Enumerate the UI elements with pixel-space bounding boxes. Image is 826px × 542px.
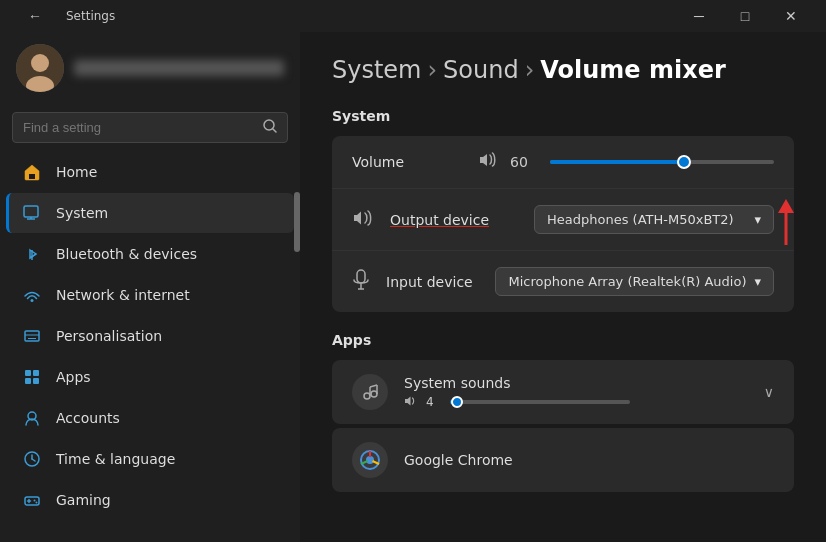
system-section-title: System bbox=[332, 108, 794, 124]
sidebar-item-accounts[interactable]: Accounts bbox=[6, 398, 294, 438]
input-icon bbox=[352, 269, 370, 295]
search-input[interactable] bbox=[23, 120, 255, 135]
svg-marker-28 bbox=[778, 199, 794, 213]
google-chrome-info: Google Chrome bbox=[404, 452, 774, 468]
sidebar-item-personalisation[interactable]: Personalisation bbox=[6, 316, 294, 356]
app-body: Home System bbox=[0, 32, 826, 542]
bluetooth-icon bbox=[22, 244, 42, 264]
main-content: System › Sound › Volume mixer System Vol… bbox=[300, 32, 826, 542]
back-button[interactable]: ← bbox=[12, 0, 58, 32]
google-chrome-name: Google Chrome bbox=[404, 452, 774, 468]
username-display bbox=[74, 60, 284, 76]
volume-thumb[interactable] bbox=[677, 155, 691, 169]
system-sounds-icon bbox=[352, 374, 388, 410]
sidebar-scrollbar-thumb bbox=[294, 192, 300, 252]
system-sounds-volume: 4 bbox=[404, 395, 748, 410]
volume-control: 60 bbox=[478, 152, 774, 172]
output-device-value: Headphones (ATH-M50xBT2) bbox=[547, 212, 734, 227]
output-device-label[interactable]: Output device bbox=[390, 212, 489, 228]
svg-rect-5 bbox=[29, 174, 32, 179]
svg-line-21 bbox=[32, 459, 35, 461]
sidebar-apps-label: Apps bbox=[56, 369, 91, 385]
volume-slider[interactable] bbox=[550, 160, 774, 164]
breadcrumb-current: Volume mixer bbox=[540, 56, 726, 84]
svg-point-26 bbox=[36, 502, 38, 504]
svg-rect-12 bbox=[25, 331, 39, 341]
sidebar-time-label: Time & language bbox=[56, 451, 175, 467]
sidebar-item-bluetooth[interactable]: Bluetooth & devices bbox=[6, 234, 294, 274]
restore-button[interactable]: □ bbox=[722, 0, 768, 32]
red-arrow-annotation bbox=[770, 197, 802, 251]
sidebar-personalisation-label: Personalisation bbox=[56, 328, 162, 344]
volume-fill bbox=[550, 160, 684, 164]
svg-rect-7 bbox=[24, 206, 38, 217]
svg-rect-16 bbox=[25, 378, 31, 384]
google-chrome-icon bbox=[352, 442, 388, 478]
system-sounds-slider[interactable] bbox=[450, 400, 630, 404]
input-device-content: Input device Microphone Array (Realtek(R… bbox=[352, 267, 774, 296]
sidebar-accounts-label: Accounts bbox=[56, 410, 120, 426]
svg-point-1 bbox=[31, 54, 49, 72]
search-box[interactable] bbox=[12, 112, 288, 143]
apps-section: Apps System sounds bbox=[332, 332, 794, 492]
system-card: Volume 60 bbox=[332, 136, 794, 312]
output-device-select[interactable]: Headphones (ATH-M50xBT2) ▾ bbox=[534, 205, 774, 234]
gaming-icon bbox=[22, 490, 42, 510]
svg-point-25 bbox=[34, 500, 36, 502]
output-device-row: Output device Headphones (ATH-M50xBT2) ▾ bbox=[332, 189, 794, 251]
sidebar-item-apps[interactable]: Apps bbox=[6, 357, 294, 397]
sidebar-item-network[interactable]: Network & internet bbox=[6, 275, 294, 315]
accounts-icon bbox=[22, 408, 42, 428]
system-sounds-chevron[interactable]: ∨ bbox=[764, 384, 774, 400]
svg-point-38 bbox=[366, 456, 374, 464]
svg-rect-6 bbox=[32, 174, 35, 179]
input-device-label[interactable]: Input device bbox=[386, 274, 473, 290]
system-icon bbox=[22, 203, 42, 223]
svg-rect-29 bbox=[357, 270, 365, 283]
input-chevron-icon: ▾ bbox=[754, 274, 761, 289]
personalisation-icon bbox=[22, 326, 42, 346]
system-sounds-name: System sounds bbox=[404, 375, 748, 391]
titlebar-controls: ─ □ ✕ bbox=[676, 0, 814, 32]
google-chrome-row: Google Chrome bbox=[332, 428, 794, 492]
volume-label: Volume bbox=[352, 154, 462, 170]
breadcrumb-sep2: › bbox=[525, 56, 535, 84]
output-device-content: Output device Headphones (ATH-M50xBT2) ▾ bbox=[352, 205, 774, 234]
svg-point-32 bbox=[364, 393, 370, 399]
minimize-button[interactable]: ─ bbox=[676, 0, 722, 32]
sidebar-nav: Home System bbox=[0, 151, 300, 542]
search-icon bbox=[263, 119, 277, 136]
breadcrumb-system[interactable]: System bbox=[332, 56, 422, 84]
google-chrome-card: Google Chrome bbox=[332, 428, 794, 492]
breadcrumb-sep1: › bbox=[428, 56, 438, 84]
system-sounds-vol-value: 4 bbox=[426, 395, 442, 409]
volume-icon bbox=[478, 152, 498, 172]
sidebar-system-label: System bbox=[56, 205, 108, 221]
apps-section-title: Apps bbox=[332, 332, 794, 348]
system-sounds-row: System sounds 4 bbox=[332, 360, 794, 424]
svg-rect-14 bbox=[25, 370, 31, 376]
home-icon bbox=[22, 162, 42, 182]
sidebar-gaming-label: Gaming bbox=[56, 492, 111, 508]
breadcrumb-sound[interactable]: Sound bbox=[443, 56, 519, 84]
sidebar-item-gaming[interactable]: Gaming bbox=[6, 480, 294, 520]
sidebar-bluetooth-label: Bluetooth & devices bbox=[56, 246, 197, 262]
close-button[interactable]: ✕ bbox=[768, 0, 814, 32]
volume-row: Volume 60 bbox=[332, 136, 794, 189]
time-icon bbox=[22, 449, 42, 469]
output-chevron-icon: ▾ bbox=[754, 212, 761, 227]
input-device-value: Microphone Array (Realtek(R) Audio) bbox=[508, 274, 746, 289]
user-section bbox=[0, 32, 300, 104]
sidebar-item-time[interactable]: Time & language bbox=[6, 439, 294, 479]
titlebar: ← Settings ─ □ ✕ bbox=[0, 0, 826, 32]
system-sounds-card: System sounds 4 bbox=[332, 360, 794, 424]
sidebar-item-home[interactable]: Home bbox=[6, 152, 294, 192]
svg-rect-17 bbox=[33, 378, 39, 384]
sidebar-item-system[interactable]: System bbox=[6, 193, 294, 233]
volume-value: 60 bbox=[510, 154, 538, 170]
svg-line-4 bbox=[273, 129, 276, 132]
titlebar-left: ← Settings bbox=[12, 0, 115, 32]
input-device-select[interactable]: Microphone Array (Realtek(R) Audio) ▾ bbox=[495, 267, 774, 296]
svg-rect-15 bbox=[33, 370, 39, 376]
system-sounds-thumb[interactable] bbox=[451, 396, 463, 408]
